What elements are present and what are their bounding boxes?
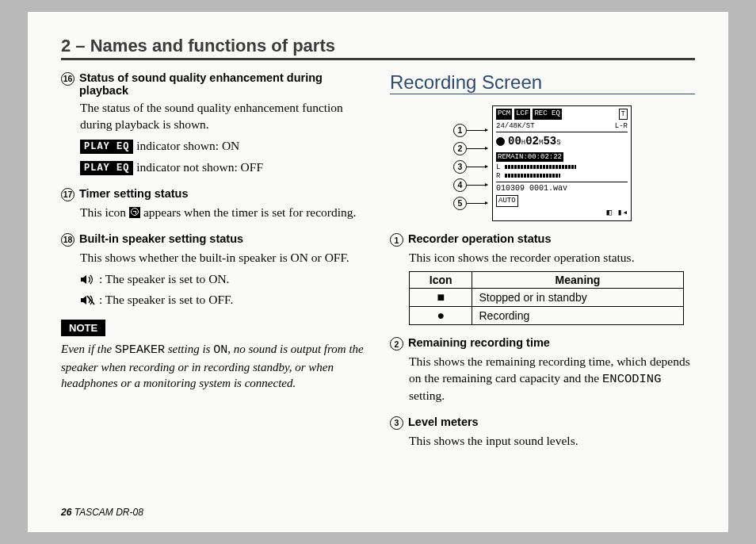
stopped-icon: ■ xyxy=(410,289,472,307)
item-18-desc: This shows whether the built-in speaker … xyxy=(80,250,366,266)
item-1: 1 Recorder operation status This icon sh… xyxy=(390,232,695,325)
recording-meaning: Recording xyxy=(472,307,683,325)
callout-3: 3 xyxy=(453,160,467,174)
callout-5: 5 xyxy=(453,197,467,210)
page-footer: 26 TASCAM DR-08 xyxy=(61,507,143,518)
model-name: TASCAM DR-08 xyxy=(74,507,143,518)
item-18-title: Built-in speaker setting status xyxy=(79,232,243,245)
item-3-title: Level meters xyxy=(408,416,479,428)
note-mono1: SPEAKER xyxy=(115,343,165,357)
speaker-off-line: : The speaker is set to OFF. xyxy=(80,292,366,308)
item-16-off-line: PLAY EQ indicator not shown: OFF xyxy=(80,159,366,176)
chapter-title: 2 – Names and functions of parts xyxy=(61,36,695,60)
note-label: NOTE xyxy=(61,320,105,336)
item-3-desc: This shows the input sound levels. xyxy=(409,433,695,450)
receq-tag: REC EQ xyxy=(533,109,561,120)
speaker-on-text: : The speaker is set to ON. xyxy=(99,272,230,285)
callout-number-3: 3 xyxy=(390,416,403,430)
time-row: 00H02M53S xyxy=(496,134,628,149)
note-b: setting is xyxy=(165,343,213,355)
playeq-badge-icon: PLAY EQ xyxy=(80,140,133,154)
stopped-meaning: Stopped or in standby xyxy=(472,289,683,307)
item-18: 18 Built-in speaker setting status This … xyxy=(61,232,366,309)
item2-mono: ENCODING xyxy=(602,372,661,386)
recording-icon: ● xyxy=(410,307,472,325)
speaker-on-line: : The speaker is set to ON. xyxy=(80,271,366,288)
pcm-tag: PCM xyxy=(496,109,512,120)
lr-text: L-R xyxy=(615,121,628,131)
meter-l: L xyxy=(496,163,628,172)
item-17-desc-b: appears when the timer is set for record… xyxy=(143,205,357,219)
leader-line xyxy=(467,130,487,131)
right-column: Recording Screen 1 2 3 4 5 PCM LCF REC E… xyxy=(390,71,695,461)
item-17-desc: This icon appears when the timer is set … xyxy=(80,205,366,221)
manual-page: 2 – Names and functions of parts 16 Stat… xyxy=(28,12,728,532)
item2-b: setting. xyxy=(409,389,445,402)
callout-number-2: 2 xyxy=(390,337,403,351)
speaker-off-icon xyxy=(80,294,96,306)
th-icon: Icon xyxy=(410,272,472,289)
callout-4: 4 xyxy=(453,178,467,192)
note-block: NOTE Even if the SPEAKER setting is ON, … xyxy=(61,320,366,391)
page-number: 26 xyxy=(61,507,71,518)
table-row: ● Recording xyxy=(410,307,684,325)
timer-icon xyxy=(129,207,140,218)
format-text: 24/48K/ST xyxy=(496,121,535,131)
meter-l-label: L xyxy=(496,163,500,171)
screen-diagram: 1 2 3 4 5 PCM LCF REC EQ T 24/48K/ST xyxy=(390,105,695,221)
indicator-off-text: indicator not shown: OFF xyxy=(136,160,263,174)
note-text: Even if the SPEAKER setting is ON, no so… xyxy=(61,341,366,391)
callout-number-18: 18 xyxy=(61,233,74,247)
callout-2: 2 xyxy=(453,142,467,155)
item-17-desc-a: This icon xyxy=(80,205,129,219)
item-16-title: Status of sound quality enhancement duri… xyxy=(79,71,366,97)
speaker-off-text: : The speaker is set to OFF. xyxy=(99,293,233,306)
item-1-desc: This icon shows the recorder operation s… xyxy=(409,250,695,266)
callout-1: 1 xyxy=(453,124,467,137)
item-2-desc: This shows the remaining recording time,… xyxy=(409,354,695,404)
status-table: Icon Meaning ■ Stopped or in standby ● R… xyxy=(409,271,684,325)
section-title: Recording Screen xyxy=(390,71,695,94)
th-meaning: Meaning xyxy=(472,272,683,289)
left-column: 16 Status of sound quality enhancement d… xyxy=(61,71,366,461)
two-column-layout: 16 Status of sound quality enhancement d… xyxy=(61,71,695,461)
time-h: 00 xyxy=(508,135,521,147)
record-status-icon xyxy=(496,137,505,146)
item-2: 2 Remaining recording time This shows th… xyxy=(390,336,695,404)
leader-line xyxy=(467,185,487,186)
item-16-desc: The status of the sound quality enhancem… xyxy=(80,100,366,133)
callout-column: 1 2 3 4 5 xyxy=(453,105,487,221)
lcd-screen: PCM LCF REC EQ T 24/48K/ST L-R 00H02M53S… xyxy=(492,105,632,221)
item-3: 3 Level meters This shows the input soun… xyxy=(390,416,695,450)
filename-text: 010309 0001.wav xyxy=(496,182,628,194)
time-s: 53 xyxy=(543,135,556,147)
meter-r-label: R xyxy=(496,172,500,180)
note-a: Even if the xyxy=(61,343,115,355)
time-m: 02 xyxy=(525,135,539,147)
lcf-tag: LCF xyxy=(514,109,530,120)
indicator-on-text: indicator shown: ON xyxy=(136,139,239,152)
meter-r: R xyxy=(496,172,628,181)
item-16-on-line: PLAY EQ indicator shown: ON xyxy=(80,138,366,155)
leader-line xyxy=(467,203,487,204)
item-17: 17 Timer setting status This icon appear… xyxy=(61,187,366,221)
item-17-title: Timer setting status xyxy=(79,187,189,200)
callout-number-1: 1 xyxy=(390,233,403,247)
callout-number-16: 16 xyxy=(61,72,74,86)
leader-line xyxy=(467,148,487,149)
playeq-badge-icon: PLAY EQ xyxy=(80,161,133,175)
remain-text: REMAIN:00:02:22 xyxy=(496,152,563,162)
unit-s: S xyxy=(556,139,560,147)
note-mono2: ON xyxy=(213,343,227,357)
speaker-on-icon xyxy=(80,274,96,285)
item-1-title: Recorder operation status xyxy=(408,232,552,245)
t-tag: T xyxy=(619,109,628,120)
item-2-title: Remaining recording time xyxy=(408,336,550,349)
auto-tag: AUTO xyxy=(496,195,518,206)
callout-number-17: 17 xyxy=(61,188,74,201)
item-16: 16 Status of sound quality enhancement d… xyxy=(61,71,366,176)
bottom-icons: ◧ ▮◂ xyxy=(496,207,628,219)
table-row: ■ Stopped or in standby xyxy=(410,289,684,307)
leader-line xyxy=(467,167,487,167)
